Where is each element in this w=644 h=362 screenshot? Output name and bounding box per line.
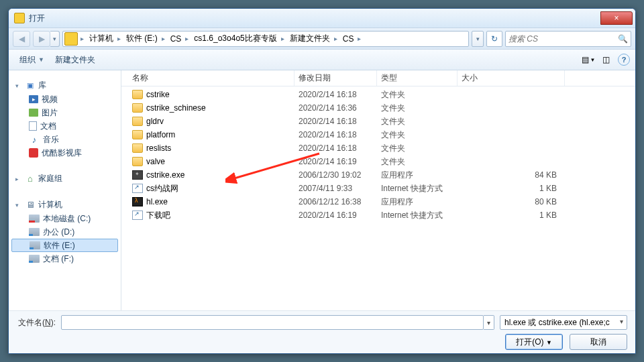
window-title: 打开	[29, 13, 600, 24]
file-date: 2020/2/14 16:36	[294, 103, 377, 113]
sidebar-item-drive-f[interactable]: 文档 (F:)	[9, 252, 121, 265]
column-headers: 名称 修改日期 类型 大小	[121, 70, 635, 86]
sidebar-homegroup-label: 家庭组	[38, 173, 62, 184]
sidebar-item-youku[interactable]: 优酷影视库	[9, 146, 121, 160]
file-row[interactable]: cstrike_schinese2020/2/14 16:36文件夹	[121, 101, 635, 115]
sidebar-item-drive-c[interactable]: 本地磁盘 (C:)	[9, 212, 121, 225]
sidebar-group-computer[interactable]: ▾🖥计算机	[9, 195, 121, 212]
expand-icon[interactable]: ▸	[15, 176, 22, 182]
file-name: valve	[146, 157, 165, 166]
crumb-drive-e[interactable]: 软件 (E:)	[122, 32, 160, 46]
breadcrumb[interactable]: ▸ 计算机 ▸ 软件 (E:) ▸ CS ▸ cs1.6_o3o4o5比赛专版 …	[62, 31, 469, 47]
chevron-right-icon[interactable]: ▸	[280, 35, 286, 42]
collapse-icon[interactable]: ▾	[15, 202, 22, 208]
video-icon: ▸	[29, 95, 38, 103]
close-button[interactable]: ×	[600, 11, 633, 25]
chevron-right-icon[interactable]: ▸	[184, 35, 190, 42]
sidebar-group-homegroup[interactable]: ▸⌂家庭组	[9, 169, 121, 186]
file-icon	[132, 184, 143, 193]
file-icon	[132, 90, 143, 99]
view-mode-button[interactable]: ▤▼	[580, 52, 596, 67]
nav-forward-button[interactable]: ▶	[33, 31, 50, 47]
titlebar: 打开 ×	[9, 9, 635, 27]
filename-label: 文件名(N):	[17, 317, 56, 328]
chevron-right-icon[interactable]: ▸	[160, 35, 166, 42]
chevron-right-icon[interactable]: ▸	[333, 35, 339, 42]
file-type: 文件夹	[377, 116, 458, 127]
crumb-cs16[interactable]: cs1.6_o3o4o5比赛专版	[190, 32, 279, 46]
collapse-icon[interactable]: ▾	[15, 82, 22, 89]
file-row[interactable]: cs约战网2007/4/11 9:33Internet 快捷方式1 KB	[121, 182, 635, 195]
search-input[interactable]	[508, 34, 618, 44]
crumb-cs-leaf[interactable]: CS	[339, 32, 357, 46]
file-type: 文件夹	[377, 89, 458, 101]
file-type: 文件夹	[377, 129, 458, 141]
file-row[interactable]: gldrv2020/2/14 16:18文件夹	[121, 115, 635, 128]
file-row[interactable]: platform2020/2/14 16:18文件夹	[121, 128, 635, 141]
preview-pane-button[interactable]: ◫	[598, 52, 614, 67]
file-name: cstrike	[146, 90, 170, 99]
new-folder-label: 新建文件夹	[55, 54, 95, 66]
nav-back-button[interactable]: ◀	[13, 31, 30, 47]
organize-menu[interactable]: 组织▼	[14, 52, 50, 68]
search-icon[interactable]: 🔍	[618, 34, 628, 44]
file-date: 2020/2/14 16:18	[294, 130, 377, 139]
chevron-right-icon[interactable]: ▸	[116, 35, 122, 42]
sidebar-item-drive-d[interactable]: 办公 (D:)	[9, 225, 121, 239]
document-icon	[29, 121, 37, 131]
homegroup-icon: ⌂	[25, 174, 36, 184]
file-row[interactable]: cstrike2020/2/14 16:18文件夹	[121, 88, 635, 101]
search-box[interactable]: 🔍	[505, 31, 631, 47]
column-name[interactable]: 名称	[128, 70, 294, 86]
file-row[interactable]: reslists2020/2/14 16:18文件夹	[121, 141, 635, 155]
drive-icon	[29, 228, 40, 236]
sidebar-item-video[interactable]: ▸视频	[9, 93, 121, 106]
file-row[interactable]: cstrike.exe2006/12/30 19:02应用程序84 KB	[121, 168, 635, 182]
open-dialog: 打开 × ◀ ▶ ▾ ▸ 计算机 ▸ 软件 (E:) ▸ CS ▸ cs1.6_…	[8, 8, 636, 354]
folder-icon	[64, 32, 78, 46]
crumb-newfolder[interactable]: 新建文件夹	[286, 32, 333, 46]
file-row[interactable]: valve2020/2/14 16:19文件夹	[121, 155, 635, 168]
help-button[interactable]: ?	[618, 54, 630, 66]
column-date[interactable]: 修改日期	[294, 70, 377, 86]
cancel-button[interactable]: 取消	[570, 334, 627, 350]
refresh-button[interactable]: ↻	[486, 31, 502, 47]
file-rows: cstrike2020/2/14 16:18文件夹cstrike_schines…	[121, 86, 635, 310]
file-icon	[132, 197, 143, 206]
file-filter-label: hl.exe 或 cstrike.exe (hl.exe;c	[504, 317, 610, 328]
file-name: hl.exe	[146, 197, 168, 206]
chevron-right-icon[interactable]: ▸	[356, 35, 362, 42]
file-row[interactable]: hl.exe2006/12/12 16:38应用程序80 KB	[121, 195, 635, 208]
sidebar-group-library[interactable]: ▾▣库	[9, 76, 121, 93]
crumb-cs[interactable]: CS	[166, 32, 184, 46]
chevron-right-icon[interactable]: ▸	[79, 35, 85, 42]
open-button[interactable]: 打开(O) ▼	[505, 334, 563, 350]
computer-icon: 🖥	[25, 200, 36, 210]
file-name: cstrike.exe	[146, 170, 184, 180]
new-folder-button[interactable]: 新建文件夹	[50, 52, 101, 68]
drive-icon	[29, 255, 40, 263]
body: ▾▣库 ▸视频 图片 文档 ♪音乐 优酷影视库 ▸⌂家庭组 ▾🖥计算机 本地磁盘…	[9, 70, 635, 310]
nav-history-dropdown[interactable]: ▾	[50, 31, 60, 47]
sidebar-item-drive-e[interactable]: 软件 (E:)	[11, 239, 118, 252]
breadcrumb-dropdown[interactable]: ▾	[472, 31, 484, 47]
file-filter-combo[interactable]: hl.exe 或 cstrike.exe (hl.exe;c	[500, 315, 627, 330]
app-icon	[14, 13, 25, 23]
sidebar-item-documents[interactable]: 文档	[9, 119, 121, 133]
column-size[interactable]: 大小	[458, 70, 565, 86]
file-row[interactable]: 下载吧2020/2/14 16:19Internet 快捷方式1 KB	[121, 208, 635, 222]
column-type[interactable]: 类型	[377, 70, 458, 86]
address-bar: ◀ ▶ ▾ ▸ 计算机 ▸ 软件 (E:) ▸ CS ▸ cs1.6_o3o4o…	[9, 27, 635, 49]
file-icon	[132, 143, 143, 153]
file-type: 文件夹	[377, 143, 458, 154]
sidebar-item-music[interactable]: ♪音乐	[9, 133, 121, 146]
file-type: 文件夹	[377, 103, 458, 114]
view-icon: ▤	[582, 55, 589, 64]
filename-history-dropdown[interactable]: ▾	[484, 315, 494, 330]
file-type: 应用程序	[377, 196, 458, 208]
crumb-computer[interactable]: 计算机	[85, 32, 116, 46]
filename-input[interactable]	[61, 315, 484, 330]
sidebar-item-pictures[interactable]: 图片	[9, 106, 121, 119]
file-name: gldrv	[146, 117, 164, 126]
file-icon	[132, 130, 143, 139]
